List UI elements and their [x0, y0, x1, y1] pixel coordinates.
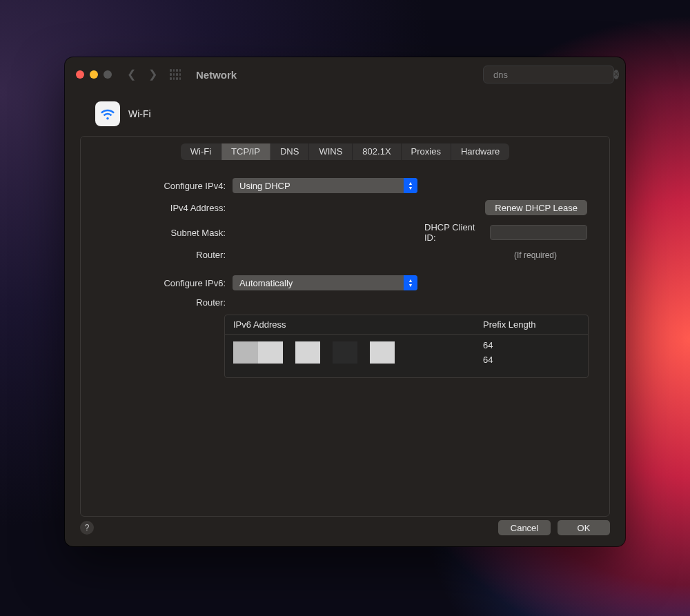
tcpip-panel: Wi-Fi TCP/IP DNS WINS 802.1X Proxies Har…: [80, 136, 610, 517]
chevron-up-down-icon: ▲▼: [404, 178, 417, 193]
search-input[interactable]: [493, 70, 609, 80]
tab-wifi[interactable]: Wi-Fi: [181, 143, 221, 160]
show-all-prefs-icon[interactable]: [170, 69, 181, 80]
prefix-length-value: 64: [483, 340, 580, 350]
dhcp-client-id-field[interactable]: [490, 225, 587, 240]
help-button[interactable]: ?: [80, 521, 94, 535]
configure-ipv6-label: Configure IPv6:: [97, 278, 226, 288]
configure-ipv6-select[interactable]: Automatically ▲▼: [233, 275, 417, 290]
ipv4-address-label: IPv4 Address:: [97, 203, 226, 213]
wifi-icon: [95, 101, 120, 126]
tab-hardware[interactable]: Hardware: [451, 143, 509, 160]
close-window-button[interactable]: [76, 70, 84, 79]
ipv4-router-label: Router:: [97, 250, 226, 260]
tab-proxies[interactable]: Proxies: [402, 143, 451, 160]
dhcp-client-id-label: DHCP Client ID:: [424, 222, 479, 243]
dhcp-client-id-hint: (If required): [514, 250, 557, 260]
ipv6-address-cell: [233, 340, 483, 365]
ok-button[interactable]: OK: [558, 520, 610, 535]
configure-ipv4-select[interactable]: Using DHCP ▲▼: [233, 178, 417, 193]
configure-ipv4-label: Configure IPv4:: [97, 181, 226, 191]
clear-search-icon[interactable]: ✕: [613, 70, 619, 79]
tab-tcpip[interactable]: TCP/IP: [221, 143, 270, 160]
col-ipv6-address: IPv6 Address: [233, 319, 483, 330]
titlebar: ❮ ❯ Network ✕: [65, 57, 625, 92]
ipv6-address-table: IPv6 Address Prefix Length 64 64: [224, 315, 589, 378]
service-name: Wi-Fi: [128, 108, 151, 119]
tab-8021x[interactable]: 802.1X: [353, 143, 401, 160]
nav-back-button[interactable]: ❮: [127, 69, 136, 80]
tab-wins[interactable]: WINS: [309, 143, 353, 160]
search-field[interactable]: ✕: [483, 66, 614, 83]
ipv6-router-label: Router:: [97, 297, 226, 308]
settings-tabs: Wi-Fi TCP/IP DNS WINS 802.1X Proxies Har…: [181, 143, 510, 160]
col-prefix-length: Prefix Length: [483, 319, 580, 330]
window-title: Network: [196, 69, 237, 81]
nav-forward-button[interactable]: ❯: [148, 69, 157, 80]
traffic-lights: [76, 70, 112, 79]
tab-dns[interactable]: DNS: [270, 143, 309, 160]
prefix-length-value: 64: [483, 355, 580, 365]
configure-ipv6-value: Automatically: [239, 278, 293, 288]
zoom-window-button[interactable]: [103, 70, 112, 79]
network-preferences-window: ❮ ❯ Network ✕ Wi-Fi Wi-Fi TCP/IP: [65, 57, 625, 546]
renew-dhcp-lease-button[interactable]: Renew DHCP Lease: [485, 200, 587, 215]
chevron-up-down-icon: ▲▼: [404, 275, 417, 290]
configure-ipv4-value: Using DHCP: [239, 181, 290, 191]
minimize-window-button[interactable]: [90, 70, 98, 79]
subnet-mask-label: Subnet Mask:: [97, 228, 226, 238]
cancel-button[interactable]: Cancel: [498, 520, 551, 535]
